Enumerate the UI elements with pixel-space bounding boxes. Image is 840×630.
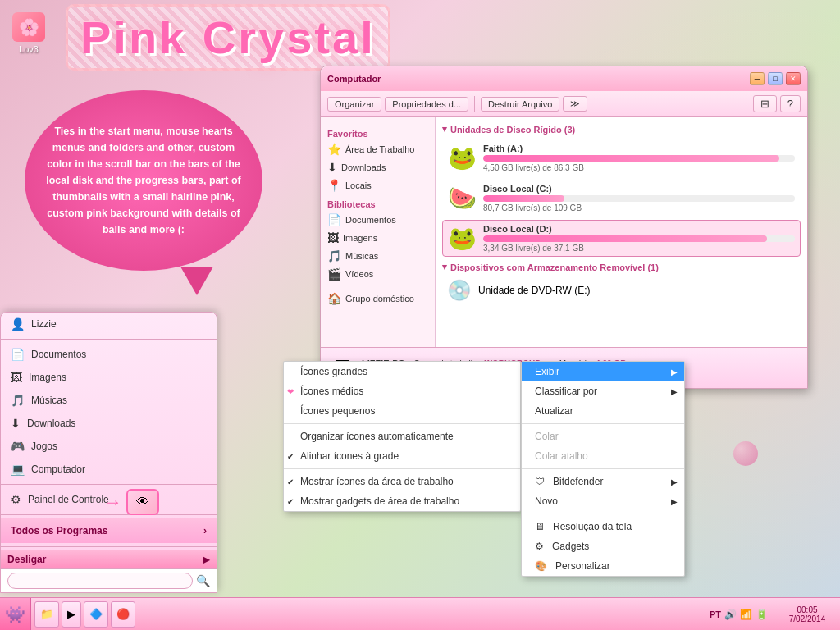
disk-item-c[interactable]: 🍉 Disco Local (C:) 80,7 GB livre(s) de 1… [442, 180, 801, 217]
sub-ctx-exibir[interactable]: Exibir ▶ [522, 362, 684, 381]
start-item-computador[interactable]: 💻 Computador [1, 458, 217, 481]
sidebar-grupo-label: Grupo doméstico [345, 294, 414, 304]
disk-d-info: Disco Local (D:) 3,34 GB livre(s) de 37,… [483, 224, 795, 253]
taskbar-item-1[interactable]: 📁 [34, 601, 59, 628]
sub-classificar-label: Classificar por [535, 386, 597, 397]
start-item-musicas[interactable]: 🎵 Músicas [1, 389, 217, 412]
ctx-item-pequenos[interactable]: Ícones pequenos [284, 401, 520, 421]
taskbar-item-2[interactable]: ▶ [62, 601, 81, 628]
disk-a-info: Faith (A:) 4,50 GB livre(s) de 86,3 GB [483, 144, 795, 172]
start-sep-2 [1, 484, 217, 485]
start-button[interactable]: 👾 [0, 598, 31, 631]
ctx-item-medios[interactable]: ❤ Ícones médios [284, 381, 520, 401]
sub-atualizar-label: Atualizar [535, 405, 573, 417]
taskbar: 👾 📁 ▶ 🔷 🔴 PT 🔊 📶 🔋 00:05 7/02/2014 [0, 597, 840, 630]
clock-date: 7/02/2014 [789, 614, 826, 623]
sidebar-spacer [321, 283, 435, 290]
sidebar-music-label: Músicas [345, 251, 378, 261]
ctx-item-mostrar-gadgets[interactable]: ✔ Mostrar gadgets de área de trabalho [284, 491, 520, 511]
sub-ctx-atualizar[interactable]: Atualizar [522, 401, 684, 421]
computer-icon: 💻 [11, 463, 25, 476]
close-button[interactable]: ✕ [786, 72, 801, 85]
sidebar-item-desktop[interactable]: ⭐ Área de Trabalho [321, 140, 435, 158]
help-button[interactable]: ? [780, 95, 801, 112]
taskbar-item-4[interactable]: 🔴 [111, 601, 135, 628]
gadgets-icon: ⚙ [535, 541, 544, 552]
sub-gadgets-label: Gadgets [552, 541, 589, 552]
ctx-item-mostrar-icones[interactable]: ✔ Mostrar ícones da área de trabalho [284, 472, 520, 491]
disk-a-bar [483, 155, 795, 162]
taskbar-item-3[interactable]: 🔷 [84, 601, 108, 628]
minimize-button[interactable]: ─ [750, 72, 765, 85]
sub-ctx-personalizar[interactable]: 🎨 Personalizar [522, 556, 684, 576]
start-doc-label: Documentos [31, 349, 86, 360]
game-icon: 🎮 [11, 440, 25, 453]
sub-ctx-colar-atalho[interactable]: Colar atalho [522, 446, 684, 466]
all-programs-button[interactable]: Todos os Programas › [1, 518, 217, 543]
organize-button[interactable]: Organizar [327, 97, 381, 112]
start-search-input[interactable] [7, 573, 193, 589]
sub-sep-1 [522, 423, 684, 424]
start-item-documentos[interactable]: 📄 Documentos [1, 343, 217, 366]
start-painel-label: Painel de Controle [28, 494, 109, 505]
sub-ctx-colar[interactable]: Colar [522, 427, 684, 446]
sub-ctx-classificar[interactable]: Classificar por ▶ [522, 381, 684, 401]
bitdefender-icon: 🛡 [535, 476, 545, 487]
check-icones: ✔ [287, 477, 294, 486]
sub-ctx-resolucao[interactable]: 🖥 Resolução da tela [522, 517, 684, 536]
deco-ball-3 [733, 441, 758, 466]
start-item-jogos[interactable]: 🎮 Jogos [1, 435, 217, 458]
destroy-button[interactable]: Destruir Arquivo [481, 97, 559, 112]
sidebar-img-label: Imagens [343, 233, 377, 243]
language-indicator: PT [710, 609, 721, 619]
shutdown-label[interactable]: Desligar [7, 554, 46, 565]
start-item-lizzie[interactable]: 👤 Lizzie [1, 313, 217, 336]
ctx-organizar-label: Organizar ícones automaticamente [300, 431, 454, 442]
maximize-button[interactable]: □ [768, 72, 783, 85]
view-button[interactable]: ⊟ [753, 95, 777, 112]
sidebar-item-documentos[interactable]: 📄 Documentos [321, 211, 435, 229]
ctx-item-grandes[interactable]: Ícones grandes [284, 362, 520, 381]
ctx-medios-label: Ícones médios [300, 386, 363, 397]
start-item-downloads[interactable]: ⬇ Downloads [1, 412, 217, 435]
exibir-arrow: ▶ [671, 368, 678, 377]
sub-ctx-bitdefender[interactable]: 🛡 Bitdefender ▶ [522, 472, 684, 491]
sidebar-item-grupo[interactable]: 🏠 Grupo doméstico [321, 290, 435, 308]
properties-button[interactable]: Propriedades d... [385, 97, 468, 112]
start-item-imagens[interactable]: 🖼 Imagens [1, 366, 217, 389]
start-search-icon[interactable]: 🔍 [196, 574, 210, 587]
arrow-target: 👁 [126, 489, 159, 515]
desktop-icon-lov3[interactable]: 🌸 Lov3 [12, 12, 45, 54]
sub-colar-label: Colar [535, 431, 559, 442]
lov3-icon: 🌸 [12, 12, 45, 42]
more-options-button[interactable]: ≫ [563, 96, 587, 112]
clock-time: 00:05 [797, 605, 817, 614]
sidebar-item-musicas[interactable]: 🎵 Músicas [321, 247, 435, 265]
shutdown-arrow[interactable]: ▶ [203, 554, 210, 565]
sidebar-item-locais[interactable]: 📍 Locais [321, 176, 435, 194]
sub-ctx-novo[interactable]: Novo ▶ [522, 491, 684, 511]
grupo-icon: 🏠 [327, 292, 341, 305]
disk-item-d[interactable]: 🐸 Disco Local (D:) 3,34 GB livre(s) de 3… [442, 220, 801, 257]
start-lizzie-label: Lizzie [31, 318, 57, 330]
dvd-item[interactable]: 💿 Unidade de DVD-RW (E:) [442, 276, 801, 305]
sidebar-item-downloads[interactable]: ⬇ Downloads [321, 158, 435, 176]
disk-item-a[interactable]: 🐸 Faith (A:) 4,50 GB livre(s) de 86,3 GB [442, 139, 801, 176]
speech-bubble: Ties in the start menu, mouse hearts men… [25, 90, 262, 271]
sub-ctx-gadgets[interactable]: ⚙ Gadgets [522, 536, 684, 556]
check-gadgets: ✔ [287, 497, 294, 506]
disk-c-name: Disco Local (C:) [483, 184, 795, 194]
ctx-item-alinhar[interactable]: ✔ Alinhar ícones à grade [284, 446, 520, 466]
start-music-label: Músicas [31, 395, 67, 406]
start-menu: 👤 Lizzie 📄 Documentos 🖼 Imagens 🎵 Música… [0, 312, 217, 593]
disk-d-name: Disco Local (D:) [483, 224, 795, 234]
desktop-icon-sm: ⭐ [327, 143, 341, 156]
music-icon-sm: 🎵 [11, 394, 25, 407]
ctx-item-organizar[interactable]: Organizar ícones automaticamente [284, 427, 520, 446]
title-text: Pink Crystal [80, 11, 376, 63]
sidebar-item-imagens[interactable]: 🖼 Imagens [321, 229, 435, 247]
all-programs-arrow: › [203, 525, 207, 536]
sidebar-item-videos[interactable]: 🎬 Vídeos [321, 265, 435, 283]
disk-section-header: Unidades de Disco Rígido (3) [442, 124, 801, 135]
all-programs-label: Todos os Programas [11, 525, 107, 536]
